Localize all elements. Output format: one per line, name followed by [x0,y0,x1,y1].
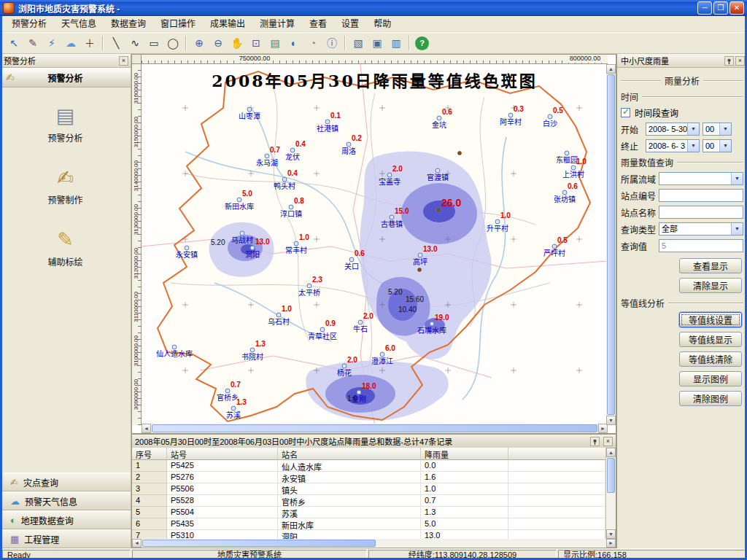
station-marker[interactable] [225,389,230,393]
scroll-up-icon[interactable]: ▲ [606,64,616,74]
station-marker[interactable] [282,177,287,182]
station-marker[interactable] [307,284,311,288]
station-marker[interactable] [185,246,189,250]
menu-item[interactable]: 帮助 [366,17,398,31]
bottom-panel-close-icon[interactable]: × [603,437,613,446]
warning-compose[interactable]: ✍预警制作 [47,166,82,206]
chevron-down-icon[interactable]: ▼ [719,140,731,152]
station-marker[interactable] [265,154,269,158]
table-row[interactable]: 4P5528官桥乡0.7 [132,495,605,507]
scroll-right-icon[interactable]: ► [606,539,616,548]
table-row[interactable]: 1P5425仙人造水库0.0 [132,460,605,472]
station-marker[interactable] [565,151,569,155]
station-marker[interactable] [250,348,255,352]
button-等值线显示[interactable]: 等值线显示 [679,332,742,347]
station-marker[interactable] [250,246,255,250]
project-manage[interactable]: ▦工程管理 [0,529,131,548]
map-vertical-scrollbar[interactable]: ▲ ▼ [606,64,616,425]
station-marker[interactable] [571,166,576,170]
button-清除图例[interactable]: 清除图例 [679,391,742,406]
station-marker[interactable] [347,142,351,147]
field-input[interactable] [659,189,743,202]
weather-info[interactable]: ☁预警天气信息 [0,491,131,510]
maximize-button[interactable]: ❐ [713,1,728,15]
station-marker[interactable] [390,215,394,219]
end-date-combo[interactable]: 2008- 6- 3 ▼ [646,139,700,152]
scrollbar-thumb[interactable] [142,540,376,547]
end-hour-combo[interactable]: 00 ▼ [703,139,732,152]
print-preview-tool[interactable]: ▥ [387,34,405,52]
station-marker[interactable] [289,205,293,209]
time-range-checkbox[interactable]: ✓ [621,108,630,117]
button-等值线设置[interactable]: 等值线设置 [679,312,742,327]
scroll-left-icon[interactable]: ◄ [132,539,142,548]
menu-item[interactable]: 成果输出 [203,17,252,31]
station-marker[interactable] [325,120,330,124]
station-marker[interactable] [231,406,236,411]
station-marker[interactable] [294,241,298,246]
station-marker[interactable] [276,313,281,317]
minimize-button[interactable]: ─ [697,1,712,15]
column-header[interactable]: 站名 [278,448,421,460]
menu-item[interactable]: 查看 [302,17,334,31]
station-marker[interactable] [237,198,241,202]
right-panel-close-icon[interactable]: × [735,56,745,66]
button-清除显示[interactable]: 清除显示 [679,278,742,293]
line-tool[interactable]: ╲ [107,34,125,52]
station-marker[interactable] [418,253,422,257]
field-input[interactable]: 5 [659,239,743,252]
print-tool[interactable]: ▣ [368,34,386,52]
info-tool[interactable]: ⓘ [323,34,341,52]
station-marker[interactable] [387,173,392,177]
column-header[interactable]: 序号 [132,448,167,460]
scrollbar-thumb[interactable] [607,458,615,493]
field-combo[interactable]: ▼ [659,172,743,185]
map-horizontal-scrollbar[interactable]: ◄ ► [142,424,608,433]
menu-item[interactable]: 测量计算 [252,17,302,31]
station-marker[interactable] [247,107,252,112]
ellipse-tool[interactable]: ◯ [164,34,182,52]
scroll-down-icon[interactable]: ▼ [606,529,616,539]
globe-tool[interactable]: ◐ [285,34,303,52]
station-marker[interactable] [320,327,325,332]
field-combo[interactable]: 全部▼ [659,222,743,236]
menu-item[interactable]: 窗口操作 [153,17,203,31]
scrollbar-thumb[interactable] [607,74,615,415]
pin-icon[interactable] [724,56,734,66]
select-tool[interactable]: ↖ [5,34,23,52]
pin-tool[interactable]: ⚡ [43,34,61,52]
station-marker[interactable] [436,168,440,173]
table-row[interactable]: 7P5310洞阳13.0 [132,530,605,539]
left-panel-close-icon[interactable]: × [119,56,128,66]
move-tool[interactable]: ＋ [81,34,98,52]
cloud-tool[interactable]: ☁ [62,34,80,52]
station-marker[interactable] [380,352,384,357]
zoom-out-tool[interactable]: ⊖ [209,34,227,52]
button-显示图例[interactable]: 显示图例 [679,371,742,386]
column-header[interactable]: 降雨量 [421,448,508,460]
station-marker[interactable] [349,257,354,262]
table-row[interactable]: 3P5506镇头1.0 [132,483,605,495]
geo-data-query[interactable]: ◐地理数据查询 [0,510,131,529]
menu-item[interactable]: 预警分析 [4,17,54,31]
button-等值线清除[interactable]: 等值线清除 [679,351,742,367]
table-row[interactable]: 5P5504苏溪1.3 [132,507,605,518]
station-marker[interactable] [495,219,500,224]
aux-annotate[interactable]: ✎辅助标绘 [47,228,82,268]
station-marker[interactable] [437,116,441,120]
zoom-in-tool[interactable]: ⊕ [190,34,208,52]
pin-icon[interactable] [590,437,600,446]
chevron-down-icon[interactable]: ▼ [719,123,731,135]
start-date-combo[interactable]: 2008- 5-30 ▼ [646,122,700,136]
column-header[interactable]: 站号 [167,448,278,460]
chevron-down-icon[interactable]: ▼ [731,173,743,184]
menu-item[interactable]: 设置 [334,17,366,31]
scrollbar-thumb[interactable] [152,424,597,432]
scroll-left-icon[interactable]: ◄ [142,424,151,433]
table-vertical-scrollbar[interactable]: ▲ ▼ [606,448,616,539]
station-marker[interactable] [342,364,347,368]
close-button[interactable]: ✕ [729,1,744,15]
chevron-down-icon[interactable]: ▼ [687,140,699,152]
station-marker[interactable] [548,114,552,119]
field-input[interactable] [659,206,743,219]
